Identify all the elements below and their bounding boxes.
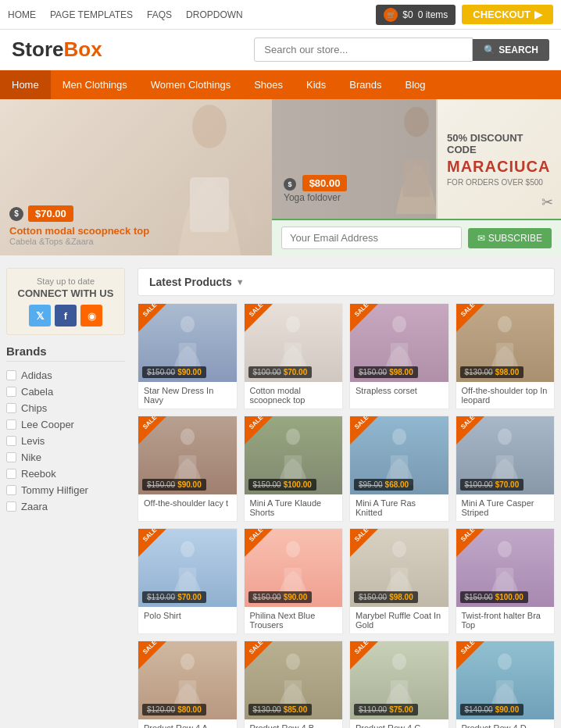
old-price: $150.00: [147, 480, 175, 489]
svg-rect-15: [284, 455, 302, 479]
product-name: Marybel Ruffle Coat In Gold: [350, 607, 448, 633]
hero-right-product: $ $80.00 Yoga foldover 50% DISCOUNT CODE…: [272, 99, 561, 219]
svg-rect-31: [284, 680, 302, 704]
brand-checkbox[interactable]: [6, 419, 16, 430]
new-price: $90.00: [177, 368, 202, 376]
brand-item[interactable]: Chips: [6, 400, 125, 416]
hero-section: $ $70.00 Cotton modal scoopneck top Cabe…: [0, 99, 561, 255]
brand-item[interactable]: Levis: [6, 433, 125, 449]
product-card[interactable]: SALE $150.00$100.00 Mini A Ture Klaude S…: [244, 416, 344, 522]
topnav-faqs[interactable]: FAQS: [147, 9, 172, 20]
brand-item[interactable]: Reebok: [6, 466, 125, 482]
brand-checkbox[interactable]: [6, 370, 16, 380]
brand-checkbox[interactable]: [6, 387, 16, 397]
product-card[interactable]: SALE $150.00$98.00 Strapless corset: [349, 303, 449, 409]
search-button-label: SEARCH: [498, 45, 538, 55]
product-card[interactable]: SALE $110.00$75.00 Product Row 4 C: [349, 641, 449, 728]
sale-badge: SALE: [138, 641, 166, 669]
product-image-wrap: SALE $100.00$70.00: [456, 416, 555, 494]
product-name: Star New Dress In Navy: [138, 382, 237, 409]
nav-men-clothings[interactable]: Men Clothings: [51, 70, 139, 99]
brand-checkbox[interactable]: [6, 469, 16, 479]
hero-left-product-sub: Cabela &Tops &Zaara: [9, 237, 149, 246]
old-price: $100.00: [465, 480, 493, 489]
new-price: $90.00: [495, 705, 520, 714]
product-price-tag: $140.00$90.00: [460, 704, 524, 716]
brand-item[interactable]: Tommy Hilfiger: [6, 482, 125, 498]
brand-item[interactable]: Nike: [6, 449, 125, 466]
nav-kids[interactable]: Kids: [295, 70, 338, 99]
product-card[interactable]: SALE $100.00$70.00 Cotton modal scoopnec…: [244, 303, 344, 409]
subscribe-button[interactable]: ✉ SUBSCRIBE: [468, 228, 552, 248]
product-card[interactable]: SALE $95.00$68.00 Mini A Ture Ras Knitte…: [349, 416, 449, 522]
product-card[interactable]: SALE $110.00$70.00 Polo Shirt: [138, 528, 238, 634]
brand-checkbox[interactable]: [6, 403, 16, 413]
svg-rect-11: [496, 343, 514, 366]
brand-item[interactable]: Adidas: [6, 367, 125, 384]
product-card[interactable]: SALE $150.00$100.00 Twist-front halter B…: [456, 528, 556, 634]
subscribe-bar: ✉ SUBSCRIBE: [272, 219, 561, 255]
nav-blog[interactable]: Blog: [394, 70, 438, 99]
svg-point-30: [286, 654, 300, 670]
topnav-dropdown[interactable]: DROPDOWN: [186, 9, 243, 20]
sale-text: SALE: [141, 529, 158, 543]
twitter-icon[interactable]: 𝕏: [29, 305, 51, 327]
topnav-page-templates[interactable]: PAGE TEMPLATES: [50, 9, 133, 20]
nav-women-clothings[interactable]: Women Clothings: [139, 70, 242, 99]
brands-title: Brands: [6, 344, 125, 362]
svg-point-6: [286, 316, 300, 333]
brand-checkbox[interactable]: [6, 501, 16, 512]
svg-point-2: [404, 106, 429, 137]
product-price-tag: $150.00$100.00: [248, 479, 316, 491]
product-card[interactable]: SALE $150.00$90.00 Star New Dress In Nav…: [138, 303, 238, 409]
product-card[interactable]: SALE $120.00$80.00 Product Row 4 A: [138, 641, 238, 728]
product-card[interactable]: SALE $150.00$98.00 Marybel Ruffle Coat I…: [349, 528, 449, 634]
sale-badge: SALE: [350, 304, 378, 332]
product-card[interactable]: SALE $100.00$70.00 Mini A Ture Casper St…: [456, 416, 556, 522]
brand-item[interactable]: Cabela: [6, 384, 125, 400]
facebook-icon[interactable]: f: [55, 305, 77, 327]
brand-checkbox[interactable]: [6, 436, 16, 446]
old-price: $140.00: [465, 705, 493, 714]
product-card[interactable]: SALE $150.00$90.00 Off-the-shoulder lacy…: [138, 416, 238, 522]
old-price: $110.00: [147, 593, 175, 601]
discount-code: MARACIUCA: [447, 158, 552, 176]
brand-item[interactable]: Zaara: [6, 498, 125, 515]
sale-text: SALE: [141, 304, 158, 318]
logo: StoreBox: [12, 37, 102, 62]
sale-text: SALE: [353, 641, 370, 655]
product-image-wrap: SALE $150.00$98.00: [350, 304, 448, 382]
svg-rect-13: [179, 455, 197, 479]
search-input[interactable]: [254, 37, 473, 62]
nav-shoes[interactable]: Shoes: [242, 70, 295, 99]
checkout-button[interactable]: CHECKOUT ▶: [462, 5, 553, 24]
svg-point-4: [180, 316, 195, 333]
product-card[interactable]: SALE $150.00$90.00 Philina Next Blue Tro…: [244, 528, 344, 634]
stay-text: Stay up to date: [15, 277, 116, 286]
svg-rect-7: [284, 343, 302, 366]
svg-rect-27: [496, 568, 514, 591]
nav-home[interactable]: Home: [0, 70, 51, 99]
brand-item[interactable]: Lee Cooper: [6, 416, 125, 433]
product-price-tag: $150.00$100.00: [460, 591, 528, 603]
main-nav: Home Men Clothings Women Clothings Shoes…: [0, 70, 561, 99]
svg-rect-35: [496, 680, 514, 704]
product-card[interactable]: SALE $130.00$98.00 Off-the-shoulder top …: [456, 303, 556, 409]
product-image-wrap: SALE $110.00$70.00: [138, 529, 237, 607]
svg-point-14: [286, 429, 300, 445]
hero-dollar-sign: $: [284, 178, 296, 191]
search-button[interactable]: 🔍 SEARCH: [473, 39, 549, 61]
product-card[interactable]: SALE $140.00$90.00 Product Row 4 D: [456, 641, 556, 728]
topnav-home[interactable]: HOME: [8, 9, 36, 20]
email-field[interactable]: [281, 227, 462, 249]
rss-icon[interactable]: ◉: [80, 305, 102, 327]
nav-brands[interactable]: Brands: [338, 70, 393, 99]
brand-checkbox[interactable]: [6, 452, 16, 462]
brand-checkbox[interactable]: [6, 485, 16, 495]
old-price: $150.00: [253, 593, 281, 601]
discount-percent: 50% DISCOUNT CODE: [447, 132, 552, 155]
sale-text: SALE: [247, 416, 263, 430]
latest-products-label: Latest Products: [149, 276, 232, 288]
product-card[interactable]: SALE $130.00$85.00 Product Row 4 B: [244, 641, 344, 728]
hero-left-overlay: $ $70.00 Cotton modal scoopneck top Cabe…: [9, 205, 149, 246]
